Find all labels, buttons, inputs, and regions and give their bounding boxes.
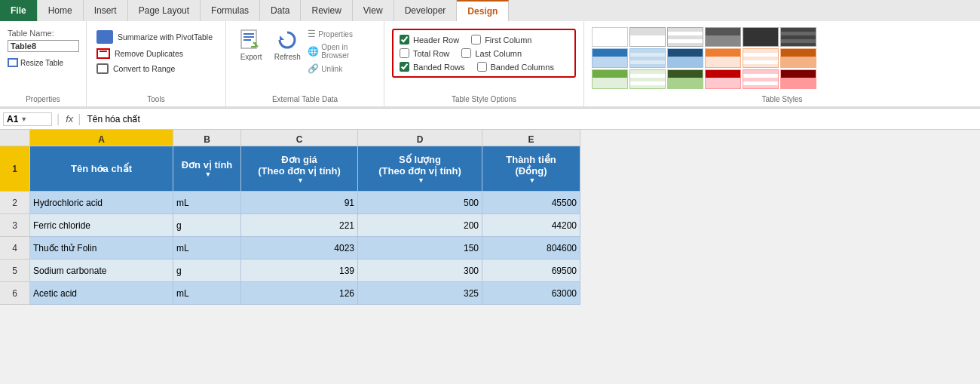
cell-2a[interactable]: Hydrochloric acid	[30, 192, 173, 214]
cell-5e[interactable]: 69500	[482, 260, 580, 282]
row-header-1[interactable]: 1	[0, 146, 30, 192]
row-header-2[interactable]: 2	[0, 192, 30, 214]
filter-arrow-b[interactable]: ▼	[205, 170, 212, 178]
swatch-none[interactable]	[592, 27, 628, 47]
cell-4d[interactable]: 150	[358, 237, 482, 260]
cell-2b[interactable]: mL	[173, 192, 241, 214]
swatch-red-1[interactable]	[705, 69, 741, 89]
row-header-3[interactable]: 3	[0, 214, 30, 237]
remove-duplicates-button[interactable]: Remove Duplicates	[94, 47, 185, 60]
tab-file[interactable]: File	[0, 0, 38, 21]
name-box[interactable]: A1 ▼	[3, 112, 52, 126]
cell-4c[interactable]: 4023	[241, 237, 358, 260]
swatch-green-dark[interactable]	[667, 69, 703, 89]
cell-5b[interactable]: g	[173, 260, 241, 282]
export-button[interactable]: Export	[235, 27, 267, 61]
filter-arrow-d[interactable]: ▼	[418, 177, 424, 184]
banded-rows-checkbox[interactable]	[400, 62, 409, 72]
cell-3a[interactable]: Ferric chloride	[30, 214, 173, 237]
tab-design[interactable]: Design	[457, 0, 509, 21]
first-column-checkbox-label[interactable]: First Column	[471, 35, 531, 45]
cell-2c[interactable]: 91	[241, 192, 358, 214]
row-header-6[interactable]: 6	[0, 282, 30, 305]
col-header-d[interactable]: D	[358, 130, 482, 146]
filter-arrow-a[interactable]: ▼	[100, 165, 106, 173]
col-header-e[interactable]: E	[482, 130, 580, 146]
row-header-4[interactable]: 4	[0, 237, 30, 260]
header-cell-b[interactable]: Đơn vị tính ▼	[173, 146, 241, 192]
tab-formulas[interactable]: Formulas	[201, 0, 260, 21]
header-cell-c[interactable]: Đơn giá(Theo đơn vị tính) ▼	[241, 146, 358, 192]
tab-data[interactable]: Data	[260, 0, 301, 21]
swatch-dark-2[interactable]	[743, 27, 779, 47]
swatch-green-1[interactable]	[592, 69, 628, 89]
cell-6a[interactable]: Acetic acid	[30, 282, 173, 305]
swatch-light-1[interactable]	[629, 27, 666, 47]
swatch-light-2[interactable]	[667, 27, 703, 47]
header-row-checkbox-label[interactable]: Header Row	[400, 35, 459, 45]
cell-6c[interactable]: 126	[241, 282, 358, 305]
convert-to-range-button[interactable]: Convert to Range	[94, 62, 177, 75]
cell-2d[interactable]: 500	[358, 192, 482, 214]
filter-arrow-c[interactable]: ▼	[297, 177, 304, 184]
swatch-dark-stripe[interactable]	[780, 27, 816, 47]
tab-view[interactable]: View	[353, 0, 394, 21]
resize-table-button[interactable]: Resize Table	[8, 57, 78, 68]
swatch-red-dark[interactable]	[780, 69, 816, 89]
col-header-c[interactable]: C	[241, 130, 358, 146]
cell-5c[interactable]: 139	[241, 260, 358, 282]
tab-page-layout[interactable]: Page Layout	[128, 0, 201, 21]
unlink-button[interactable]: 🔗 Unlink	[308, 63, 375, 74]
tab-developer[interactable]: Developer	[394, 0, 458, 21]
tab-home[interactable]: Home	[38, 0, 84, 21]
cell-4e[interactable]: 804600	[482, 237, 580, 260]
last-column-checkbox-label[interactable]: Last Column	[461, 48, 522, 58]
row-header-5[interactable]: 5	[0, 260, 30, 282]
swatch-blue-2[interactable]	[629, 48, 666, 68]
open-in-browser-button[interactable]: 🌐 Open in Browser	[308, 43, 375, 60]
summarize-pivot-button[interactable]: Summarize with PivotTable	[94, 29, 215, 45]
swatch-blue-1[interactable]	[592, 48, 628, 68]
cell-6d[interactable]: 325	[358, 282, 482, 305]
cell-6b[interactable]: mL	[173, 282, 241, 305]
header-cell-e[interactable]: Thành tiền(Đồng) ▼	[482, 146, 580, 192]
swatch-dark-1[interactable]	[705, 27, 741, 47]
header-row-checkbox[interactable]	[400, 35, 409, 45]
table-name-input[interactable]	[8, 40, 79, 52]
banded-rows-checkbox-label[interactable]: Banded Rows	[400, 62, 465, 72]
first-column-checkbox[interactable]	[471, 35, 481, 45]
header-cell-a[interactable]: Tên hóa chất ▼	[30, 146, 173, 192]
name-box-dropdown-icon[interactable]: ▼	[20, 115, 27, 123]
cell-6e[interactable]: 63000	[482, 282, 580, 305]
swatch-red-2[interactable]	[743, 69, 779, 89]
cell-4a[interactable]: Thuốc thử Folin	[30, 237, 173, 260]
header-cell-d[interactable]: Số lượng(Theo đơn vị tính) ▼	[358, 146, 482, 192]
tab-review[interactable]: Review	[301, 0, 352, 21]
cell-4b[interactable]: mL	[173, 237, 241, 260]
total-row-checkbox-label[interactable]: Total Row	[400, 48, 449, 58]
cell-5d[interactable]: 300	[358, 260, 482, 282]
row-headers: 1 2 3 4 5 6	[0, 146, 30, 305]
tab-insert[interactable]: Insert	[84, 0, 128, 21]
cell-3c[interactable]: 221	[241, 214, 358, 237]
cell-2e[interactable]: 45500	[482, 192, 580, 214]
swatch-orange-1[interactable]	[705, 48, 741, 68]
banded-columns-checkbox-label[interactable]: Banded Columns	[477, 62, 554, 72]
cell-3d[interactable]: 200	[358, 214, 482, 237]
banded-columns-checkbox[interactable]	[477, 62, 487, 72]
filter-arrow-e[interactable]: ▼	[529, 177, 536, 184]
formula-input[interactable]	[85, 112, 977, 126]
refresh-button[interactable]: Refresh	[271, 27, 303, 61]
swatch-orange-2[interactable]	[743, 48, 779, 68]
last-column-checkbox[interactable]	[461, 48, 471, 58]
swatch-orange-dark[interactable]	[780, 48, 816, 68]
col-header-b[interactable]: B	[173, 130, 241, 146]
cell-3b[interactable]: g	[173, 214, 241, 237]
total-row-checkbox[interactable]	[400, 48, 409, 58]
swatch-blue-3[interactable]	[667, 48, 703, 68]
cell-3e[interactable]: 44200	[482, 214, 580, 237]
properties-button[interactable]: ☰ Properties	[308, 29, 375, 39]
swatch-green-2[interactable]	[629, 69, 666, 89]
cell-5a[interactable]: Sodium carbonate	[30, 260, 173, 282]
col-header-a[interactable]: A	[30, 130, 173, 146]
